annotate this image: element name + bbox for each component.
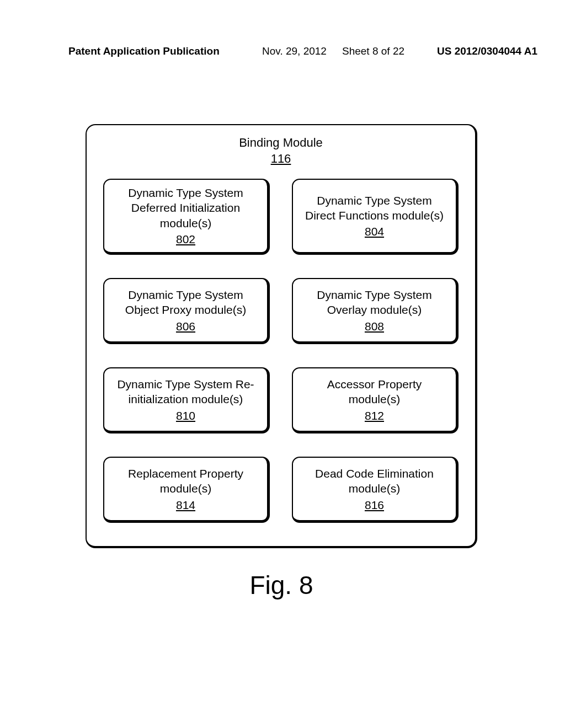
module-line: Dynamic Type System	[110, 185, 262, 200]
header-pubno: US 2012/0304044 A1	[437, 45, 537, 57]
binding-module-title: Binding Module 116	[103, 135, 459, 167]
module-ref: 812	[299, 408, 450, 423]
module-line: Direct Functions module(s)	[299, 208, 450, 223]
module-line: Overlay module(s)	[299, 302, 450, 317]
module-line: Accessor Property	[299, 377, 450, 392]
module-804: Dynamic Type System Direct Functions mod…	[292, 179, 459, 255]
module-ref: 816	[299, 497, 450, 512]
module-802: Dynamic Type System Deferred Initializat…	[103, 179, 270, 255]
module-line: Object Proxy module(s)	[110, 302, 262, 317]
module-line: module(s)	[299, 481, 450, 496]
module-line: Replacement Property	[110, 466, 262, 481]
module-line: initialization module(s)	[110, 392, 262, 406]
module-808: Dynamic Type System Overlay module(s) 80…	[292, 278, 459, 344]
module-812: Accessor Property module(s) 812	[292, 367, 459, 433]
module-line: Dynamic Type System	[299, 287, 450, 302]
module-ref: 802	[110, 232, 262, 247]
module-810: Dynamic Type System Re- initialization m…	[103, 367, 270, 433]
module-line: Dynamic Type System	[110, 287, 262, 302]
binding-module-title-text: Binding Module	[103, 135, 459, 151]
module-line: module(s)	[110, 481, 262, 496]
binding-module-ref: 116	[103, 151, 459, 167]
module-line: module(s)	[299, 392, 450, 406]
header-date: Nov. 29, 2012	[262, 45, 327, 57]
module-line: module(s)	[110, 216, 262, 231]
module-line: Dynamic Type System Re-	[110, 377, 262, 392]
header-left: Patent Application Publication	[68, 45, 220, 57]
binding-module-box: Binding Module 116 Dynamic Type System D…	[86, 124, 477, 548]
module-grid: Dynamic Type System Deferred Initializat…	[103, 179, 459, 523]
module-814: Replacement Property module(s) 814	[103, 457, 270, 523]
module-line: Deferred Initialization	[110, 200, 262, 215]
page: Patent Application Publication Nov. 29, …	[0, 0, 565, 728]
module-line: Dead Code Elimination	[299, 466, 450, 481]
module-806: Dynamic Type System Object Proxy module(…	[103, 278, 270, 344]
header-sheet: Sheet 8 of 22	[342, 45, 404, 57]
module-line: Dynamic Type System	[299, 193, 450, 208]
figure-label: Fig. 8	[86, 570, 477, 600]
module-ref: 808	[299, 319, 450, 334]
module-ref: 814	[110, 497, 262, 512]
module-ref: 806	[110, 319, 262, 334]
diagram-area: Binding Module 116 Dynamic Type System D…	[86, 124, 477, 600]
module-ref: 810	[110, 408, 262, 423]
module-816: Dead Code Elimination module(s) 816	[292, 457, 459, 523]
module-ref: 804	[299, 224, 450, 239]
